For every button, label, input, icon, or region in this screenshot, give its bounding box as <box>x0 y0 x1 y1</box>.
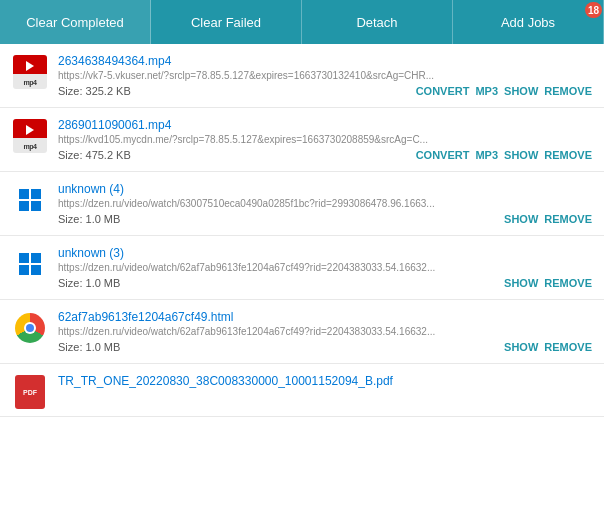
job-size: Size: 1.0 MB <box>58 213 120 225</box>
job-footer: Size: 325.2 KB CONVERT MP3 SHOW REMOVE <box>58 85 592 97</box>
job-details: 62af7ab9613fe1204a67cf49.html https://dz… <box>58 310 592 353</box>
job-size: Size: 1.0 MB <box>58 341 120 353</box>
win-grid <box>19 253 41 275</box>
show-button[interactable]: SHOW <box>504 277 538 289</box>
mp3-button[interactable]: MP3 <box>475 85 498 97</box>
convert-button[interactable]: CONVERT <box>416 149 470 161</box>
job-actions: CONVERT MP3 SHOW REMOVE <box>416 149 592 161</box>
file-icon <box>12 182 48 218</box>
job-filename[interactable]: 2634638494364.mp4 <box>58 54 592 68</box>
show-button[interactable]: SHOW <box>504 213 538 225</box>
windows-icon <box>13 183 47 217</box>
job-url: https://dzen.ru/video/watch/63007510eca0… <box>58 198 592 209</box>
win-cell <box>31 253 41 263</box>
clear-completed-button[interactable]: Clear Completed <box>0 0 151 44</box>
file-icon <box>12 310 48 346</box>
job-url: https://kvd105.mycdn.me/?srclp=78.85.5.1… <box>58 134 592 145</box>
play-icon <box>26 125 34 135</box>
job-actions: CONVERT MP3 SHOW REMOVE <box>416 85 592 97</box>
job-footer: Size: 1.0 MB SHOW REMOVE <box>58 277 592 289</box>
job-filename[interactable]: unknown (3) <box>58 246 592 260</box>
job-details: unknown (3) https://dzen.ru/video/watch/… <box>58 246 592 289</box>
list-item: unknown (4) https://dzen.ru/video/watch/… <box>0 172 604 236</box>
play-icon <box>26 61 34 71</box>
remove-button[interactable]: REMOVE <box>544 149 592 161</box>
job-filename[interactable]: unknown (4) <box>58 182 592 196</box>
job-filename[interactable]: TR_TR_ONE_20220830_38C008330000_10001152… <box>58 374 592 388</box>
list-item: mp4 2869011090061.mp4 https://kvd105.myc… <box>0 108 604 172</box>
remove-button[interactable]: REMOVE <box>544 213 592 225</box>
clear-failed-button[interactable]: Clear Failed <box>151 0 302 44</box>
remove-button[interactable]: REMOVE <box>544 341 592 353</box>
remove-button[interactable]: REMOVE <box>544 85 592 97</box>
win-cell <box>19 189 29 199</box>
win-cell <box>19 265 29 275</box>
chrome-center <box>26 324 34 332</box>
show-button[interactable]: SHOW <box>504 149 538 161</box>
job-actions: SHOW REMOVE <box>504 277 592 289</box>
file-icon: mp4 <box>12 54 48 90</box>
win-cell <box>31 189 41 199</box>
file-icon <box>12 246 48 282</box>
job-details: unknown (4) https://dzen.ru/video/watch/… <box>58 182 592 225</box>
remove-button[interactable]: REMOVE <box>544 277 592 289</box>
mp4-label: mp4 <box>24 79 37 86</box>
convert-button[interactable]: CONVERT <box>416 85 470 97</box>
job-url: https://vk7-5.vkuser.net/?srclp=78.85.5.… <box>58 70 592 81</box>
win-cell <box>31 265 41 275</box>
detach-button[interactable]: Detach <box>302 0 453 44</box>
list-item: 62af7ab9613fe1204a67cf49.html https://dz… <box>0 300 604 364</box>
job-footer: Size: 1.0 MB SHOW REMOVE <box>58 213 592 225</box>
job-list: mp4 2634638494364.mp4 https://vk7-5.vkus… <box>0 44 604 506</box>
job-filename[interactable]: 2869011090061.mp4 <box>58 118 592 132</box>
list-item: unknown (3) https://dzen.ru/video/watch/… <box>0 236 604 300</box>
file-icon: mp4 <box>12 118 48 154</box>
job-details: 2634638494364.mp4 https://vk7-5.vkuser.n… <box>58 54 592 97</box>
job-url: https://dzen.ru/video/watch/62af7ab9613f… <box>58 326 592 337</box>
app-container: Clear Completed Clear Failed Detach Add … <box>0 0 604 506</box>
win-cell <box>31 201 41 211</box>
list-item: mp4 2634638494364.mp4 https://vk7-5.vkus… <box>0 44 604 108</box>
job-details: TR_TR_ONE_20220830_38C008330000_10001152… <box>58 374 592 388</box>
job-actions: SHOW REMOVE <box>504 213 592 225</box>
job-size: Size: 1.0 MB <box>58 277 120 289</box>
show-button[interactable]: SHOW <box>504 85 538 97</box>
show-button[interactable]: SHOW <box>504 341 538 353</box>
jobs-badge: 18 <box>585 2 602 18</box>
mp4-icon: mp4 <box>13 119 47 153</box>
job-details: 2869011090061.mp4 https://kvd105.mycdn.m… <box>58 118 592 161</box>
job-filename[interactable]: 62af7ab9613fe1204a67cf49.html <box>58 310 592 324</box>
win-cell <box>19 253 29 263</box>
job-footer: Size: 475.2 KB CONVERT MP3 SHOW REMOVE <box>58 149 592 161</box>
file-icon: PDF <box>12 374 48 410</box>
add-jobs-button[interactable]: Add Jobs <box>453 0 604 44</box>
win-cell <box>19 201 29 211</box>
job-actions: SHOW REMOVE <box>504 341 592 353</box>
mp3-button[interactable]: MP3 <box>475 149 498 161</box>
pdf-icon: PDF <box>15 375 45 409</box>
job-footer: Size: 1.0 MB SHOW REMOVE <box>58 341 592 353</box>
mp4-icon: mp4 <box>13 55 47 89</box>
job-size: Size: 475.2 KB <box>58 149 131 161</box>
win-grid <box>19 189 41 211</box>
chrome-icon <box>15 313 45 343</box>
mp4-label: mp4 <box>24 143 37 150</box>
job-size: Size: 325.2 KB <box>58 85 131 97</box>
job-url: https://dzen.ru/video/watch/62af7ab9613f… <box>58 262 592 273</box>
windows-icon <box>13 247 47 281</box>
toolbar: Clear Completed Clear Failed Detach Add … <box>0 0 604 44</box>
list-item: PDF TR_TR_ONE_20220830_38C008330000_1000… <box>0 364 604 417</box>
